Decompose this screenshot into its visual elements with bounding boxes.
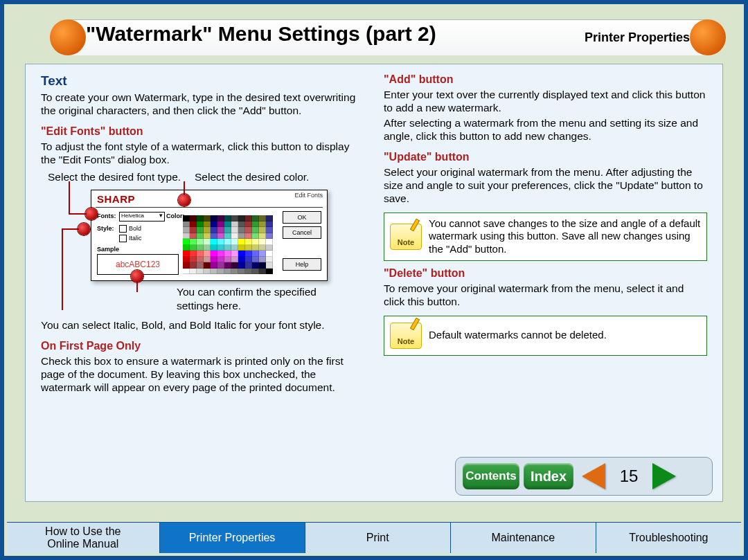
help-button[interactable]: Help <box>283 258 321 271</box>
color-swatch[interactable] <box>245 222 252 228</box>
color-swatch[interactable] <box>197 227 204 233</box>
color-swatch[interactable] <box>252 239 259 245</box>
color-swatch[interactable] <box>197 233 204 240</box>
color-swatch[interactable] <box>231 239 238 245</box>
color-swatch[interactable] <box>217 222 224 228</box>
color-swatch[interactable] <box>183 262 190 269</box>
color-swatch[interactable] <box>259 215 266 222</box>
color-grid[interactable] <box>183 215 273 269</box>
color-swatch[interactable] <box>224 227 231 233</box>
color-swatch[interactable] <box>190 257 197 263</box>
color-swatch[interactable] <box>211 245 217 251</box>
color-swatch[interactable] <box>259 257 266 263</box>
color-swatch[interactable] <box>211 215 217 222</box>
color-swatch[interactable] <box>238 227 245 233</box>
color-swatch[interactable] <box>259 233 266 240</box>
tab-troubleshooting[interactable]: Troubleshooting <box>596 523 741 553</box>
color-swatch[interactable] <box>224 239 231 245</box>
color-swatch[interactable] <box>197 251 204 257</box>
color-swatch[interactable] <box>197 239 204 245</box>
color-swatch[interactable] <box>217 245 224 251</box>
color-swatch[interactable] <box>190 233 197 240</box>
color-swatch[interactable] <box>252 251 259 257</box>
color-swatch[interactable] <box>245 215 252 222</box>
color-swatch[interactable] <box>197 215 204 222</box>
color-swatch[interactable] <box>259 269 266 275</box>
color-swatch[interactable] <box>245 239 252 245</box>
color-swatch[interactable] <box>231 262 238 269</box>
color-swatch[interactable] <box>252 262 259 269</box>
color-swatch[interactable] <box>224 262 231 269</box>
color-swatch[interactable] <box>204 222 211 228</box>
color-swatch[interactable] <box>245 269 252 275</box>
color-swatch[interactable] <box>224 233 231 240</box>
color-swatch[interactable] <box>211 251 217 257</box>
next-page-button[interactable] <box>648 462 680 490</box>
color-swatch[interactable] <box>245 251 252 257</box>
color-swatch[interactable] <box>266 245 273 251</box>
color-swatch[interactable] <box>217 269 224 275</box>
color-swatch[interactable] <box>238 245 245 251</box>
color-swatch[interactable] <box>183 269 190 275</box>
color-swatch[interactable] <box>197 222 204 228</box>
color-swatch[interactable] <box>231 245 238 251</box>
color-swatch[interactable] <box>204 239 211 245</box>
color-swatch[interactable] <box>238 251 245 257</box>
color-swatch[interactable] <box>217 257 224 263</box>
color-swatch[interactable] <box>217 239 224 245</box>
color-swatch[interactable] <box>224 251 231 257</box>
color-swatch[interactable] <box>190 269 197 275</box>
color-swatch[interactable] <box>183 245 190 251</box>
color-swatch[interactable] <box>197 245 204 251</box>
tab-printer-properties[interactable]: Printer Properties <box>160 523 305 553</box>
color-swatch[interactable] <box>204 215 211 222</box>
color-swatch[interactable] <box>231 222 238 228</box>
color-swatch[interactable] <box>211 262 217 269</box>
color-swatch[interactable] <box>266 262 273 269</box>
color-swatch[interactable] <box>231 269 238 275</box>
contents-button[interactable]: Contents <box>463 463 519 489</box>
color-swatch[interactable] <box>183 257 190 263</box>
color-swatch[interactable] <box>259 251 266 257</box>
color-swatch[interactable] <box>224 215 231 222</box>
color-swatch[interactable] <box>183 222 190 228</box>
color-swatch[interactable] <box>238 239 245 245</box>
color-swatch[interactable] <box>190 251 197 257</box>
color-swatch[interactable] <box>224 222 231 228</box>
color-swatch[interactable] <box>224 245 231 251</box>
color-swatch[interactable] <box>245 227 252 233</box>
color-swatch[interactable] <box>197 262 204 269</box>
color-swatch[interactable] <box>211 239 217 245</box>
color-swatch[interactable] <box>190 215 197 222</box>
color-swatch[interactable] <box>211 233 217 240</box>
color-swatch[interactable] <box>238 215 245 222</box>
color-swatch[interactable] <box>217 227 224 233</box>
color-swatch[interactable] <box>245 257 252 263</box>
color-swatch[interactable] <box>266 227 273 233</box>
color-swatch[interactable] <box>204 227 211 233</box>
color-swatch[interactable] <box>259 245 266 251</box>
italic-checkbox[interactable] <box>119 235 127 242</box>
color-swatch[interactable] <box>204 269 211 275</box>
cancel-button[interactable]: Cancel <box>283 226 321 239</box>
color-swatch[interactable] <box>231 233 238 240</box>
color-swatch[interactable] <box>231 251 238 257</box>
color-swatch[interactable] <box>266 239 273 245</box>
color-swatch[interactable] <box>252 227 259 233</box>
color-swatch[interactable] <box>252 233 259 240</box>
color-swatch[interactable] <box>197 269 204 275</box>
color-swatch[interactable] <box>183 233 190 240</box>
tab-maintenance[interactable]: Maintenance <box>451 523 596 553</box>
color-swatch[interactable] <box>217 251 224 257</box>
color-swatch[interactable] <box>197 257 204 263</box>
color-swatch[interactable] <box>252 257 259 263</box>
color-swatch[interactable] <box>259 262 266 269</box>
color-swatch[interactable] <box>266 215 273 222</box>
color-swatch[interactable] <box>204 251 211 257</box>
color-swatch[interactable] <box>211 227 217 233</box>
fonts-select[interactable]: Helvetica <box>119 212 165 222</box>
color-swatch[interactable] <box>190 227 197 233</box>
color-swatch[interactable] <box>183 251 190 257</box>
color-swatch[interactable] <box>211 269 217 275</box>
color-swatch[interactable] <box>245 262 252 269</box>
